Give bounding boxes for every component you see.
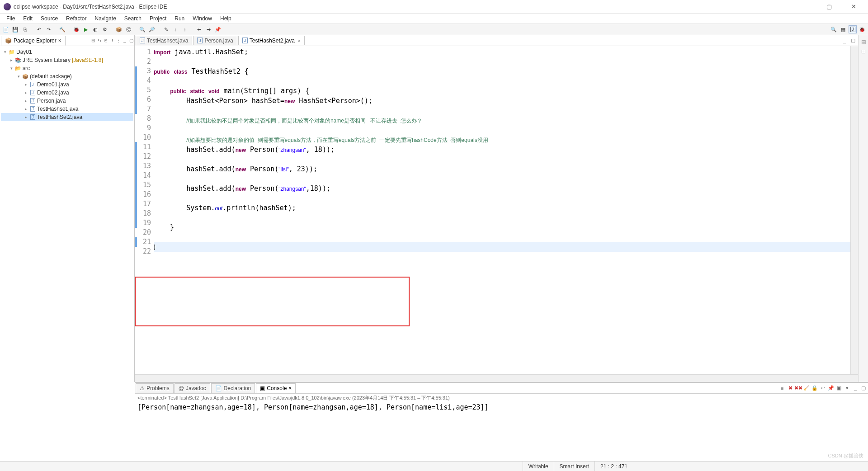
quick-access-icon[interactable]: 🔍 (830, 25, 838, 33)
bottom-pane: ⚠Problems@Javadoc📄Declaration▣Console× ■… (135, 382, 868, 461)
menu-search[interactable]: Search (121, 14, 145, 23)
maximize-view-icon[interactable]: ▢ (128, 38, 134, 44)
file-node[interactable]: ▸🄹TestHashSet2.java (1, 113, 133, 121)
bottom-tab-declaration[interactable]: 📄Declaration (211, 383, 255, 393)
focus-icon[interactable]: ⎘ (103, 38, 109, 44)
package-tree[interactable]: ▾📁Day01 ▸📚JRE System Library [JavaSE-1.8… (0, 46, 134, 382)
scroll-lock-icon[interactable]: 🔒 (811, 385, 818, 392)
open-type-icon[interactable]: 🔍 (138, 25, 146, 33)
clear-console-icon[interactable]: 🧹 (803, 385, 810, 392)
status-insert-mode: Smart Insert (554, 462, 594, 471)
menu-project[interactable]: Project (146, 14, 170, 23)
jre-node[interactable]: ▸📚JRE System Library [JavaSE-1.8] (1, 56, 133, 64)
save-icon[interactable]: 💾 (11, 25, 19, 33)
bottom-tabs: ⚠Problems@Javadoc📄Declaration▣Console× ■… (135, 383, 868, 394)
bottom-tab-javadoc[interactable]: @Javadoc (175, 383, 210, 393)
bottom-tab-console[interactable]: ▣Console× (256, 383, 296, 393)
package-node[interactable]: ▾📦(default package) (1, 72, 133, 80)
menu-window[interactable]: Window (189, 14, 216, 23)
filters-icon[interactable]: ⫶ (109, 38, 115, 44)
toggle-mark-icon[interactable]: ✎ (162, 25, 170, 33)
file-node[interactable]: ▸🄹TestHashset.java (1, 105, 133, 113)
menu-help[interactable]: Help (217, 14, 235, 23)
package-explorer-view: 📦 Package Explorer × ⊟ ⇆ ⎘ ⫶ ⋮ _ ▢ ▾📁Day… (0, 35, 135, 382)
minimize-button[interactable]: — (797, 1, 813, 12)
window-title: eclipse-workspace - Day01/src/TestHashSe… (14, 4, 797, 10)
code-content[interactable]: import java.util.HashSet; public class T… (154, 46, 850, 374)
bottom-tab-problems[interactable]: ⚠Problems (136, 383, 174, 393)
build-icon[interactable]: 🔨 (58, 25, 66, 33)
run-icon[interactable]: ▶ (82, 25, 90, 33)
task-list-icon[interactable]: ☐ (860, 48, 867, 55)
menu-bar: FileEditSourceRefactorNavigateSearchProj… (0, 14, 868, 24)
editor-minimize-icon[interactable]: _ (841, 37, 848, 44)
editor-area: 🄹TestHashset.java🄹Person.java🄹TestHashSe… (135, 35, 858, 382)
prev-annotation-icon[interactable]: ↑ (181, 25, 189, 33)
line-number-gutter: 12345678910111213141516171819202122 (137, 46, 154, 374)
maximize-bottom-icon[interactable]: ▢ (860, 385, 867, 392)
new-class-icon[interactable]: Ⓒ (124, 25, 132, 33)
outline-view-icon[interactable]: ▤ (860, 38, 867, 45)
menu-edit[interactable]: Edit (19, 14, 36, 23)
package-explorer-title: Package Explorer (14, 38, 57, 44)
new-package-icon[interactable]: 📦 (115, 25, 123, 33)
project-node[interactable]: ▾📁Day01 (1, 48, 133, 56)
redo-icon[interactable]: ↷ (44, 25, 52, 33)
link-editor-icon[interactable]: ⇆ (96, 38, 103, 44)
file-node[interactable]: ▸🄹Demo01.java (1, 80, 133, 89)
editor-tab[interactable]: 🄹TestHashset.java (136, 36, 192, 45)
collapse-all-icon[interactable]: ⊟ (90, 38, 96, 44)
display-console-icon[interactable]: ▣ (835, 385, 843, 392)
minimize-view-icon[interactable]: _ (122, 38, 128, 44)
pin-icon[interactable]: 📌 (214, 25, 222, 33)
status-cursor-position: 21 : 2 : 471 (594, 462, 633, 471)
file-node[interactable]: ▸🄹Demo02.java (1, 89, 133, 97)
menu-source[interactable]: Source (37, 14, 61, 23)
package-explorer-tab[interactable]: 📦 Package Explorer × (1, 36, 66, 46)
undo-icon[interactable]: ↶ (35, 25, 43, 33)
close-view-icon[interactable]: × (58, 38, 61, 44)
word-wrap-icon[interactable]: ↩ (819, 385, 826, 392)
code-editor[interactable]: 12345678910111213141516171819202122 impo… (135, 46, 858, 374)
vertical-scrollbar[interactable] (850, 46, 858, 374)
maximize-button[interactable]: ▢ (821, 1, 837, 12)
editor-tab[interactable]: 🄹TestHashSet2.java× (238, 36, 305, 45)
menu-file[interactable]: File (3, 14, 19, 23)
watermark: CSDN @摇滚侠 (828, 452, 863, 459)
terminate-icon[interactable]: ■ (778, 385, 786, 392)
java-perspective-icon[interactable]: 🄹 (849, 25, 857, 33)
editor-tabs: 🄹TestHashset.java🄹Person.java🄹TestHashSe… (135, 35, 858, 46)
file-node[interactable]: ▸🄹Person.java (1, 97, 133, 105)
menu-refactor[interactable]: Refactor (62, 14, 90, 23)
open-perspective-icon[interactable]: ▦ (839, 25, 847, 33)
console-output[interactable]: [Person[name=zhangsan,age=18], Person[na… (135, 402, 868, 461)
minimize-bottom-icon[interactable]: _ (852, 385, 859, 392)
new-icon[interactable]: 📄 (2, 25, 10, 33)
debug-icon[interactable]: 🐞 (72, 25, 80, 33)
coverage-icon[interactable]: ◐ (91, 25, 99, 33)
close-tab-icon[interactable]: × (298, 38, 301, 43)
title-bar: eclipse-workspace - Day01/src/TestHashSe… (0, 0, 868, 14)
open-console-icon[interactable]: ▾ (844, 385, 851, 392)
search-icon[interactable]: 🔎 (148, 25, 156, 33)
menu-navigate[interactable]: Navigate (91, 14, 119, 23)
close-button[interactable]: ✕ (845, 1, 862, 12)
src-node[interactable]: ▾📂src (1, 64, 133, 72)
save-all-icon[interactable]: ⎘ (21, 25, 29, 33)
remove-all-icon[interactable]: ✖✖ (795, 385, 802, 392)
status-writable: Writable (523, 462, 554, 471)
close-tab-icon[interactable]: × (288, 385, 292, 391)
editor-tab[interactable]: 🄹Person.java (193, 36, 237, 45)
eclipse-icon (4, 3, 11, 10)
view-menu-icon[interactable]: ⋮ (115, 38, 122, 44)
debug-perspective-icon[interactable]: 🐞 (858, 25, 866, 33)
forward-icon[interactable]: ➡ (204, 25, 212, 33)
back-icon[interactable]: ⬅ (195, 25, 203, 33)
editor-maximize-icon[interactable]: ▢ (849, 37, 857, 44)
next-annotation-icon[interactable]: ↓ (171, 25, 179, 33)
pin-console-icon[interactable]: 📌 (827, 385, 835, 392)
external-tools-icon[interactable]: ⚙ (101, 25, 109, 33)
horizontal-scrollbar[interactable] (135, 374, 858, 382)
menu-run[interactable]: Run (171, 14, 188, 23)
remove-launch-icon[interactable]: ✖ (787, 385, 794, 392)
